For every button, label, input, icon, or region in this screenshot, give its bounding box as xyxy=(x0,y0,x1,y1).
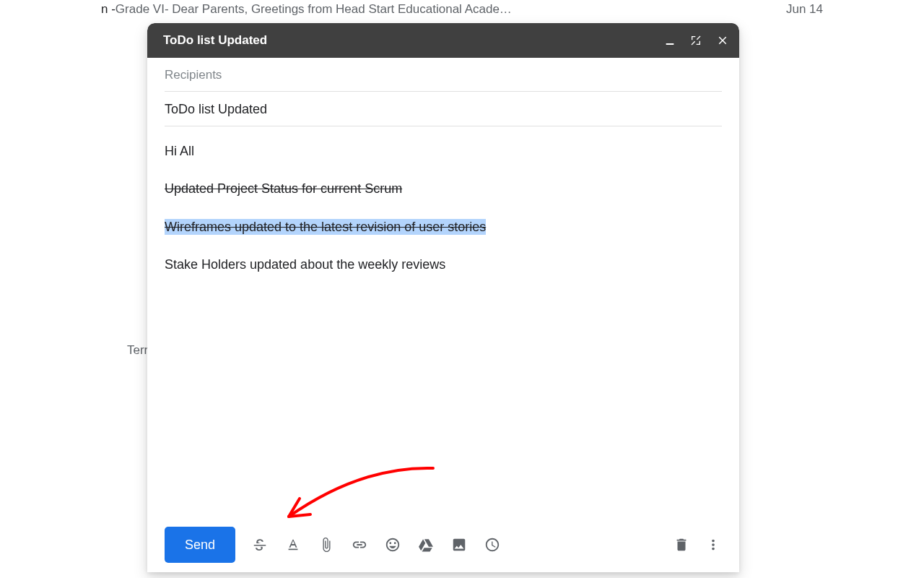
body-line-4: Stake Holders updated about the weekly r… xyxy=(165,253,722,276)
subject-field[interactable]: ToDo list Updated xyxy=(165,92,722,126)
compose-toolbar: Send xyxy=(147,517,739,572)
strikethrough-icon[interactable] xyxy=(251,536,269,553)
emoji-icon[interactable] xyxy=(384,536,401,553)
svg-rect-0 xyxy=(666,43,674,45)
background-email-subject: n - Grade VI - Dear Parents, Greetings f… xyxy=(101,2,512,17)
more-options-icon[interactable] xyxy=(705,536,722,553)
minimize-icon[interactable] xyxy=(664,35,676,46)
fullscreen-icon[interactable] xyxy=(690,35,702,46)
send-button[interactable]: Send xyxy=(165,527,235,563)
close-icon[interactable] xyxy=(716,34,729,47)
compose-window: ToDo list Updated Recipients ToDo list U… xyxy=(147,23,739,572)
subject-value: ToDo list Updated xyxy=(165,102,267,116)
compose-header-controls xyxy=(664,34,729,47)
compose-body[interactable]: Hi All Updated Project Status for curren… xyxy=(147,126,739,517)
confidential-mode-icon[interactable] xyxy=(484,536,501,553)
toolbar-left: Send xyxy=(165,527,501,563)
body-line-2: Updated Project Status for current Scrum xyxy=(165,177,722,200)
google-drive-icon[interactable] xyxy=(417,536,435,553)
delete-icon[interactable] xyxy=(673,536,690,553)
recipients-placeholder: Recipients xyxy=(165,68,222,82)
body-line-3: Wireframes updated to the latest revisio… xyxy=(165,215,722,238)
compose-title: ToDo list Updated xyxy=(163,33,267,48)
background-partial-text: Terr xyxy=(127,343,148,358)
insert-photo-icon[interactable] xyxy=(450,536,468,553)
compose-fields: Recipients ToDo list Updated xyxy=(147,58,739,126)
toolbar-right xyxy=(673,536,722,553)
format-text-icon[interactable] xyxy=(284,536,302,553)
insert-link-icon[interactable] xyxy=(351,536,368,553)
compose-header: ToDo list Updated xyxy=(147,23,739,58)
background-email-date: Jun 14 xyxy=(786,2,823,17)
recipients-field[interactable]: Recipients xyxy=(165,58,722,92)
body-line-1: Hi All xyxy=(165,139,722,163)
attach-file-icon[interactable] xyxy=(318,536,335,553)
background-email-row: n - Grade VI - Dear Parents, Greetings f… xyxy=(0,0,924,22)
